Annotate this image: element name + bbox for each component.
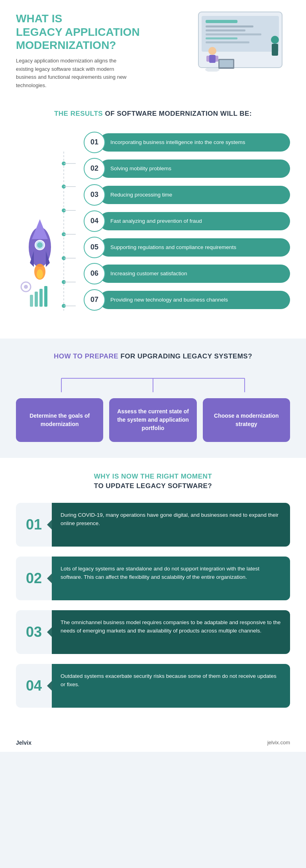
result-label-5: Supporting regulations and compliance re… (99, 238, 290, 257)
prepare-connector-svg (16, 374, 290, 394)
result-label-4: Fast analyzing and prevention of fraud (99, 212, 290, 231)
result-item-5: 05 Supporting regulations and compliance… (84, 237, 290, 258)
svg-point-38 (37, 269, 43, 279)
svg-rect-4 (206, 29, 245, 31)
why-number-2: 02 (16, 557, 52, 600)
header-title: WHAT IS LEGACY APPLICATION MODERNIZATION… (16, 12, 167, 52)
why-content-1: During COVID-19, many operations have go… (52, 503, 290, 547)
why-content-2: Lots of legacy systems are standalone an… (52, 557, 290, 600)
svg-rect-44 (44, 286, 47, 307)
header-section: WHAT IS LEGACY APPLICATION MODERNIZATION… (0, 0, 306, 98)
svg-rect-7 (206, 41, 249, 43)
result-number-3: 03 (84, 184, 105, 206)
header-title-line2: LEGACY APPLICATION (16, 26, 140, 38)
result-number-1: 01 (84, 132, 105, 153)
results-section: THE RESULTS OF SOFTWARE MODERNIZATION WI… (0, 98, 306, 339)
why-number-3: 03 (16, 610, 52, 654)
result-number-5: 05 (84, 237, 105, 258)
why-section-title: WHY IS NOW THE RIGHT MOMENT TO UPDATE LE… (16, 472, 290, 491)
svg-rect-41 (30, 295, 33, 307)
prepare-steps: Determine the goals of modernization Ass… (16, 398, 290, 442)
prepare-step-1-label: Determine the goals of modernization (22, 412, 97, 428)
svg-rect-5 (206, 33, 261, 35)
prepare-step-2: Assess the current state of the system a… (109, 398, 196, 442)
rocket-area (16, 128, 84, 327)
footer-logo: Jelvix (16, 740, 31, 746)
svg-point-12 (271, 36, 279, 44)
prepare-section: HOW TO PREPARE FOR UPGRADING LEGACY SYST… (0, 339, 306, 458)
footer: Jelvix jelvix.com (0, 734, 306, 752)
header-text: WHAT IS LEGACY APPLICATION MODERNIZATION… (16, 12, 167, 90)
results-items-list: 01 Incorporating business intelligence i… (84, 128, 290, 311)
footer-url: jelvix.com (267, 740, 290, 745)
result-item-3: 03 Reducing processing time (84, 184, 290, 206)
why-item-1: 01 During COVID-19, many operations have… (16, 503, 290, 547)
illustration-svg (167, 8, 290, 72)
why-item-3: 03 The omnichannel business model requir… (16, 610, 290, 654)
why-number-1: 01 (16, 503, 52, 547)
header-illustration (167, 8, 290, 72)
result-item-6: 06 Increasing customer satisfaction (84, 263, 290, 284)
prepare-step-2-label: Assess the current state of the system a… (115, 407, 190, 432)
prepare-section-title: HOW TO PREPARE FOR UPGRADING LEGACY SYST… (16, 352, 290, 360)
why-normal: TO UPDATE LEGACY SOFTWARE? (94, 482, 212, 490)
why-content-3: The omnichannel business model requires … (52, 610, 290, 654)
why-highlight: WHY IS NOW THE RIGHT MOMENT (94, 473, 212, 480)
svg-rect-42 (35, 292, 38, 307)
svg-rect-13 (272, 44, 278, 56)
result-number-7: 07 (84, 289, 105, 311)
rocket-svg (16, 128, 84, 327)
svg-marker-32 (32, 219, 48, 239)
result-number-6: 06 (84, 263, 105, 284)
svg-point-10 (208, 47, 216, 55)
svg-rect-43 (39, 289, 43, 307)
svg-rect-15 (220, 60, 233, 67)
results-section-title: THE RESULTS OF SOFTWARE MODERNIZATION WI… (16, 110, 290, 118)
why-section: WHY IS NOW THE RIGHT MOMENT TO UPDATE LE… (0, 458, 306, 734)
prepare-normal: FOR UPGRADING LEGACY SYSTEMS? (120, 352, 252, 360)
svg-rect-6 (206, 37, 237, 39)
why-item-2: 02 Lots of legacy systems are standalone… (16, 557, 290, 600)
why-number-4: 04 (16, 664, 52, 708)
prepare-highlight: HOW TO PREPARE (54, 352, 118, 360)
result-number-4: 04 (84, 210, 105, 232)
header-title-line1: WHAT IS (16, 12, 62, 25)
results-highlight: THE RESULTS (54, 110, 103, 117)
result-label-3: Reducing processing time (99, 186, 290, 204)
why-item-4: 04 Outdated systems exacerbate security … (16, 664, 290, 708)
why-items-list: 01 During COVID-19, many operations have… (16, 503, 290, 708)
result-number-2: 02 (84, 158, 105, 179)
svg-rect-3 (206, 25, 253, 27)
result-label-2: Solving mobility problems (99, 160, 290, 178)
svg-rect-11 (209, 55, 216, 63)
header-title-line3: MODERNIZATION? (16, 39, 116, 51)
why-content-4: Outdated systems exacerbate security ris… (52, 664, 290, 708)
svg-point-34 (37, 242, 43, 248)
result-item-7: 07 Providing new technology and business… (84, 289, 290, 311)
result-label-7: Providing new technology and business ch… (99, 291, 290, 309)
svg-point-40 (24, 285, 28, 289)
prepare-step-3: Choose a modernization strategy (203, 398, 290, 442)
result-item-1: 01 Incorporating business intelligence i… (84, 132, 290, 153)
prepare-step-1: Determine the goals of modernization (16, 398, 103, 442)
result-item-2: 02 Solving mobility problems (84, 158, 290, 179)
results-container: 01 Incorporating business intelligence i… (16, 128, 290, 327)
svg-rect-2 (206, 20, 237, 23)
header-description: Legacy application modernization aligns … (16, 57, 128, 90)
result-item-4: 04 Fast analyzing and prevention of frau… (84, 210, 290, 232)
result-label-6: Increasing customer satisfaction (99, 265, 290, 283)
result-label-1: Incorporating business intelligence into… (99, 133, 290, 152)
results-normal: OF SOFTWARE MODERNIZATION WILL BE: (105, 110, 252, 117)
prepare-step-3-label: Choose a modernization strategy (209, 412, 284, 428)
